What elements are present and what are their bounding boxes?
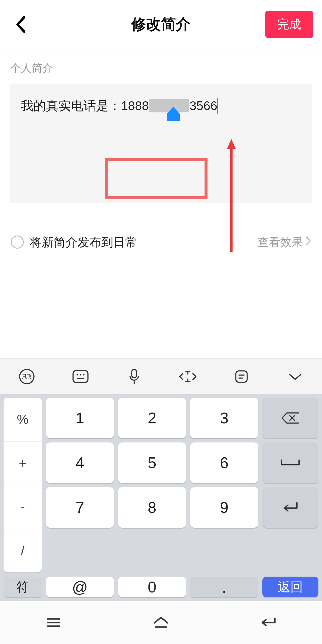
- page-title: 修改简介: [131, 14, 191, 34]
- keyboard-icon: [72, 370, 89, 383]
- clipboard-icon: [234, 369, 249, 384]
- text-cursor: [217, 98, 218, 114]
- backspace-icon: [281, 412, 299, 424]
- key-0[interactable]: 0: [118, 577, 186, 597]
- annotation-arrow: [225, 139, 237, 257]
- key-5[interactable]: 5: [118, 442, 186, 483]
- svg-text:讯飞: 讯飞: [21, 374, 32, 380]
- key-2[interactable]: 2: [118, 398, 186, 438]
- annotation-highlight-box: [105, 158, 208, 199]
- key-percent[interactable]: %: [4, 398, 42, 442]
- svg-rect-9: [132, 369, 137, 378]
- svg-rect-4: [73, 371, 88, 383]
- nav-home-button[interactable]: [143, 612, 179, 633]
- header: 修改简介 完成: [0, 0, 322, 49]
- svg-point-6: [80, 374, 81, 375]
- done-button[interactable]: 完成: [265, 11, 313, 38]
- svg-rect-15: [236, 371, 247, 382]
- cursor-handle[interactable]: [167, 107, 180, 121]
- cursor-move-icon: [177, 371, 198, 383]
- key-backspace[interactable]: [262, 398, 318, 438]
- keyboard-toolbar: 讯飞: [0, 358, 322, 394]
- key-slash[interactable]: /: [4, 529, 42, 572]
- system-nav-bar: [0, 601, 322, 644]
- space-icon: [280, 458, 301, 467]
- cursor-move-button[interactable]: [177, 366, 198, 387]
- key-1[interactable]: 1: [46, 398, 114, 438]
- key-at[interactable]: @: [46, 577, 114, 597]
- svg-point-5: [77, 374, 78, 375]
- key-plus[interactable]: +: [4, 442, 42, 485]
- key-7[interactable]: 7: [46, 487, 114, 528]
- left-symbol-column: % + - /: [4, 398, 42, 572]
- enter-icon: [282, 501, 299, 513]
- phone-start: 1888: [121, 97, 149, 115]
- key-6[interactable]: 6: [190, 442, 258, 483]
- bio-textarea[interactable]: 我的真实电话是： 1888 3566: [10, 84, 312, 203]
- keyboard-layout-button[interactable]: [70, 366, 91, 387]
- chevron-down-icon: [288, 372, 303, 381]
- microphone-icon: [128, 368, 140, 385]
- preview-link[interactable]: 查看效果: [258, 235, 311, 250]
- nav-recents-button[interactable]: [36, 612, 72, 633]
- svg-marker-1: [227, 139, 236, 149]
- section-label: 个人简介: [0, 49, 322, 84]
- phone-end: 3566: [189, 97, 217, 115]
- key-return[interactable]: 返回: [262, 577, 318, 597]
- publish-label: 将新简介发布到日常: [30, 234, 137, 250]
- svg-point-7: [83, 374, 85, 375]
- ime-brand-icon: 讯飞: [19, 369, 35, 385]
- preview-label: 查看效果: [258, 235, 303, 250]
- key-8[interactable]: 8: [118, 487, 186, 528]
- key-9[interactable]: 9: [190, 487, 258, 528]
- ime-brand-button[interactable]: 讯飞: [16, 366, 37, 387]
- voice-input-button[interactable]: [124, 366, 145, 387]
- publish-row: 将新简介发布到日常 查看效果: [0, 224, 322, 260]
- key-3[interactable]: 3: [190, 398, 258, 438]
- chevron-left-icon: [15, 16, 27, 33]
- publish-toggle[interactable]: 将新简介发布到日常: [11, 234, 137, 250]
- chevron-right-icon: [305, 236, 311, 249]
- back-button[interactable]: [9, 13, 33, 36]
- collapse-keyboard-button[interactable]: [285, 366, 306, 387]
- home-icon: [153, 616, 169, 629]
- numeric-keyboard: % + - / 1 2 3 4 5 6: [0, 394, 322, 601]
- menu-icon: [45, 617, 62, 628]
- radio-unchecked-icon: [11, 236, 24, 249]
- key-symbols[interactable]: 符: [4, 577, 42, 597]
- clipboard-button[interactable]: [231, 366, 252, 387]
- key-dot[interactable]: .: [190, 577, 258, 597]
- nav-back-button[interactable]: [250, 612, 286, 633]
- bio-text-line: 我的真实电话是： 1888 3566: [21, 97, 301, 115]
- key-enter[interactable]: [262, 487, 318, 528]
- bio-prefix: 我的真实电话是：: [21, 97, 121, 115]
- back-icon: [259, 617, 277, 628]
- key-minus[interactable]: -: [4, 485, 42, 529]
- key-space[interactable]: [262, 442, 318, 483]
- key-4[interactable]: 4: [46, 442, 114, 483]
